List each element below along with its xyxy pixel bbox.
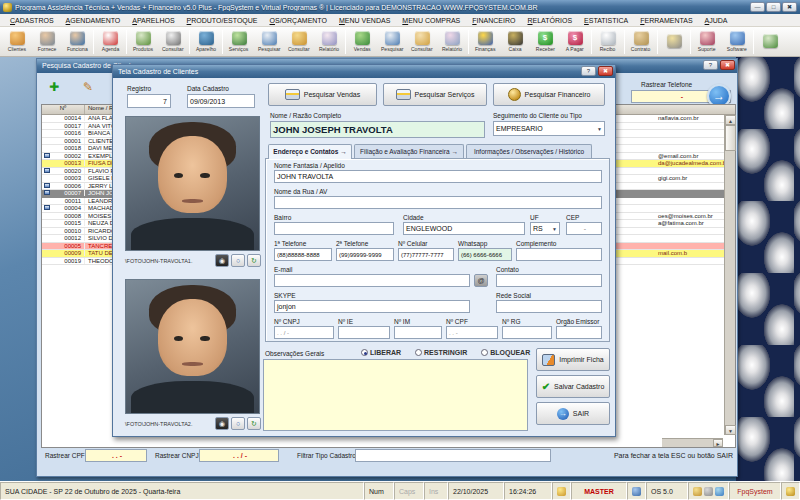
search-help-icon[interactable]: ? [703,60,718,70]
toolbar-supplier[interactable]: Fornece [32,28,62,56]
toolbar-report-mail[interactable]: Relatório [437,28,467,56]
toolbar-receipt[interactable]: Recibo [593,28,623,56]
rua-input[interactable] [274,196,602,209]
pesquisar-financeiro-button[interactable]: Pesquisar Financeiro [493,83,605,106]
toolbar-search-sales[interactable]: Pesquisar [377,28,407,56]
toolbar-barcode[interactable]: Consultar [158,28,188,56]
tab-informacoes-historico[interactable]: Informações / Observações / Histórico [466,144,592,158]
pesquisar-servicos-button[interactable]: Pesquisar Serviços [383,83,487,106]
close-icon[interactable]: ✖ [782,2,797,12]
whatsapp-input[interactable]: (66) 6666-6666 [458,248,512,261]
refresh-icon[interactable]: ↻ [247,254,261,267]
scroll-down-icon[interactable]: ▼ [725,425,736,435]
menu-cadastros[interactable]: CADASTROS [4,17,60,24]
edit-record-icon[interactable]: ✎ [77,77,99,97]
rede-social-input[interactable] [496,300,602,313]
seguimento-select[interactable]: EMPRESARIO ▼ [493,121,605,136]
complemento-input[interactable] [516,248,602,261]
toolbar-coin[interactable] [659,28,689,56]
camera-icon[interactable]: ◉ [215,417,229,430]
toolbar-receive-dollar[interactable]: $Receber [530,28,560,56]
pesquisar-vendas-button[interactable]: Pesquisar Vendas [268,83,377,106]
scroll-up-icon[interactable]: ▲ [725,115,736,125]
toolbar-consult-tray[interactable]: Consultar [284,28,314,56]
refresh-icon[interactable]: ↻ [247,417,261,430]
registro-input[interactable]: 7 [127,94,171,108]
telefone1-input[interactable]: (88)88888-8888 [274,248,332,261]
orgao-emissor-input[interactable] [556,326,602,339]
scrollbar-thumb[interactable] [725,125,736,151]
dialog-close-icon[interactable]: ✖ [598,66,613,76]
email-at-icon[interactable]: @ [474,274,488,287]
grid-vertical-scrollbar[interactable]: ▲ ▼ [724,115,735,435]
rastrear-cpf-input[interactable]: . . - [85,449,147,462]
menu-produto-estoque[interactable]: PRODUTO/ESTOQUE [181,17,264,24]
rg-input[interactable] [502,326,552,339]
toolbar-software-monitor[interactable]: Software [722,28,752,56]
toolbar-exit-door[interactable] [755,28,785,56]
imprimir-ficha-button[interactable]: Imprimir Ficha [536,348,610,371]
magnifier-icon[interactable]: ○ [231,254,245,267]
toolbar-sales-cart[interactable]: Vendas [347,28,377,56]
dialog-help-icon[interactable]: ? [581,66,596,76]
toolbar-employees[interactable]: Funciona [62,28,92,56]
observacoes-textarea[interactable] [263,359,528,431]
radio-bloquear[interactable]: BLOQUEAR [481,348,530,356]
menu-menu-vendas[interactable]: MENU VENDAS [333,17,396,24]
toolbar-clients[interactable]: Clientes [2,28,32,56]
toolbar-contract-scroll[interactable]: Contrato [626,28,656,56]
toolbar-search-docs[interactable]: Pesquisar [254,28,284,56]
radio-restringir[interactable]: RESTRINGIR [415,348,467,356]
menu-os-or-amento[interactable]: OS/ORÇAMENTO [264,17,333,24]
nome-fantasia-input[interactable]: JOHN TRAVOLTA [274,170,602,183]
cpf-input[interactable]: . . - [446,326,498,339]
toolbar-services-clipboard[interactable]: Serviços [224,28,254,56]
toolbar-support-agent[interactable]: Suporte [692,28,722,56]
radio-liberar[interactable]: LIBERAR [361,348,401,356]
email-input[interactable] [274,274,470,287]
grid-horizontal-scrollbar[interactable]: ► [662,438,723,447]
toolbar-consult-folder[interactable]: Consultar [407,28,437,56]
minimize-icon[interactable]: — [750,2,765,12]
menu-ajuda[interactable]: AJUDA [699,17,734,24]
im-input[interactable] [394,326,442,339]
tab-filiacao-financeira[interactable]: Filiação e Avaliação Financeira → [354,144,464,158]
filtrar-tipo-input[interactable] [355,449,551,462]
toolbar-device[interactable]: Aparelho [191,28,221,56]
celular-input[interactable]: (77)77777-7777 [398,248,454,261]
contato-input[interactable] [496,274,602,287]
rastrear-cnpj-input[interactable]: . . / - [199,449,279,462]
menu-financeiro[interactable]: FINANCEIRO [466,17,521,24]
toolbar-finance-pie[interactable]: Finanças [470,28,500,56]
toolbar-pay-dollar[interactable]: $A Pagar [560,28,590,56]
add-record-icon[interactable]: ✚ [43,77,65,97]
toolbar-cashier[interactable]: Caixa [500,28,530,56]
toolbar-calendar[interactable]: Agenda [95,28,125,56]
nome-razao-input[interactable]: JOHN JOSEPH TRAVOLTA [270,121,485,138]
scroll-right-icon[interactable]: ► [713,439,723,447]
toolbar-products-cart[interactable]: Produtos [128,28,158,56]
menu-menu-compras[interactable]: MENU COMPRAS [396,17,466,24]
salvar-cadastro-button[interactable]: ✔ Salvar Cadastro [536,375,610,398]
ie-input[interactable] [338,326,390,339]
cep-input[interactable]: - [566,222,602,235]
bairro-input[interactable] [274,222,394,235]
data-cadastro-input[interactable]: 09/09/2013 [187,94,255,108]
camera-icon[interactable]: ◉ [215,254,229,267]
skype-input[interactable]: jonjon [274,300,470,313]
menu-relat-rios[interactable]: RELATÓRIOS [521,17,578,24]
tab-endereco-contatos[interactable]: Endereço e Contatos → [268,144,352,159]
menu-aparelhos[interactable]: APARELHOS [126,17,180,24]
telefone2-input[interactable]: (99)99999-9999 [336,248,394,261]
maximize-icon[interactable]: □ [766,2,781,12]
toolbar-report-envelope[interactable]: Relatório [314,28,344,56]
search-close-icon[interactable]: ✖ [720,60,735,70]
menu-estatistica[interactable]: ESTATISTICA [578,17,634,24]
uf-select[interactable]: RS ▼ [530,222,560,235]
menu-agendamento[interactable]: AGENDAMENTO [60,17,127,24]
cidade-input[interactable]: ENGLEWOOD [403,222,525,235]
magnifier-icon[interactable]: ○ [231,417,245,430]
cnpj-input[interactable]: . . / - [274,326,334,339]
menu-ferramentas[interactable]: FERRAMENTAS [634,17,698,24]
sair-button[interactable]: → SAIR [536,402,610,425]
